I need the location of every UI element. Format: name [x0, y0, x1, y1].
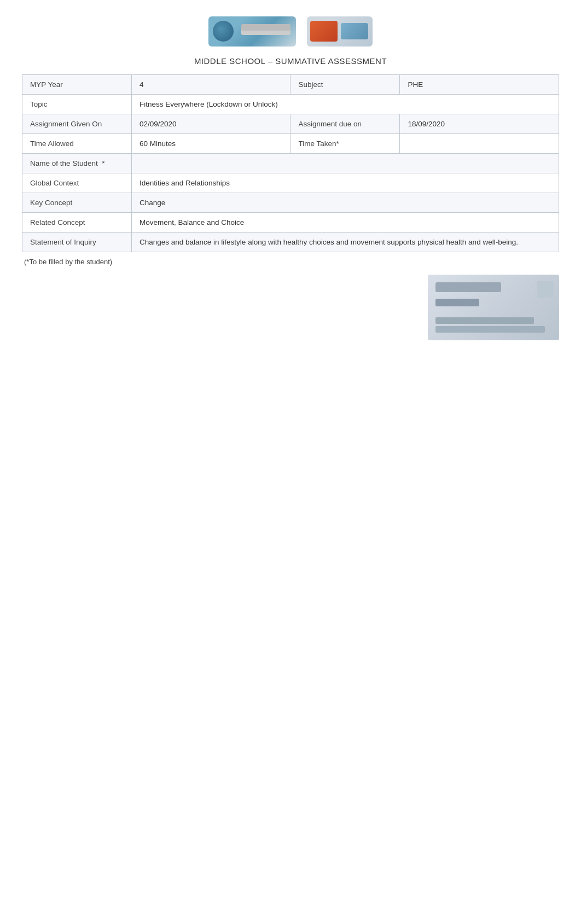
value-topic: Fitness Everywhere (Lockdown or Unlock) — [132, 95, 559, 114]
table-row: Statement of Inquiry Changes and balance… — [22, 233, 559, 252]
value-global-context: Identities and Relationships — [132, 173, 559, 193]
bottom-logo-line2 — [435, 317, 534, 324]
bottom-logo-line1 — [435, 326, 545, 333]
label-time-taken: Time Taken* — [290, 134, 400, 154]
label-myp-year: MYP Year — [22, 75, 132, 95]
label-global-context: Global Context — [22, 173, 132, 193]
logo-left — [208, 16, 296, 47]
label-key-concept: Key Concept — [22, 193, 132, 213]
label-assignment-given: Assignment Given On — [22, 114, 132, 134]
value-assignment-given: 02/09/2020 — [132, 114, 290, 134]
table-row: Time Allowed 60 Minutes Time Taken* — [22, 134, 559, 154]
label-statement-inquiry: Statement of Inquiry — [22, 233, 132, 252]
info-table: MYP Year 4 Subject PHE Topic Fitness Eve… — [22, 74, 559, 252]
table-row: Related Concept Movement, Balance and Ch… — [22, 213, 559, 233]
value-assignment-due: 18/09/2020 — [400, 114, 559, 134]
value-key-concept: Change — [132, 193, 559, 213]
bottom-logo-corner — [537, 281, 554, 298]
table-row: Name of the Student * — [22, 154, 559, 173]
label-subject: Subject — [290, 75, 400, 95]
value-related-concept: Movement, Balance and Choice — [132, 213, 559, 233]
label-related-concept: Related Concept — [22, 213, 132, 233]
footnote: (*To be filled by the student) — [22, 258, 559, 266]
table-row: Assignment Given On 02/09/2020 Assignmen… — [22, 114, 559, 134]
table-row: Topic Fitness Everywhere (Lockdown or Un… — [22, 95, 559, 114]
value-time-allowed: 60 Minutes — [132, 134, 290, 154]
table-row: Global Context Identities and Relationsh… — [22, 173, 559, 193]
label-assignment-due: Assignment due on — [290, 114, 400, 134]
label-topic: Topic — [22, 95, 132, 114]
logo-right — [307, 16, 373, 47]
header-logos — [22, 16, 559, 47]
value-time-taken — [400, 134, 559, 154]
page-title: MIDDLE SCHOOL – SUMMATIVE ASSESSMENT — [22, 56, 559, 66]
value-student-name — [132, 154, 559, 173]
value-subject: PHE — [400, 75, 559, 95]
value-statement-inquiry: Changes and balance in lifestyle along w… — [132, 233, 559, 252]
label-time-allowed: Time Allowed — [22, 134, 132, 154]
value-myp-year: 4 — [132, 75, 290, 95]
bottom-logos — [22, 275, 559, 340]
table-row: Key Concept Change — [22, 193, 559, 213]
table-row: MYP Year 4 Subject PHE — [22, 75, 559, 95]
label-student-name: Name of the Student * — [22, 154, 132, 173]
bottom-logo-box — [428, 275, 559, 340]
